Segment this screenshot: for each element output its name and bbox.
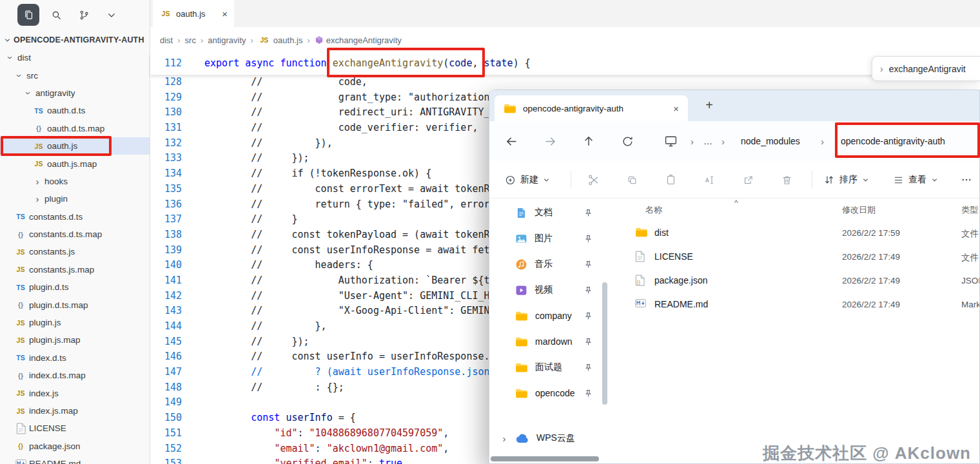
breadcrumb-item-exchangeantigravity[interactable]: exchangeAntigravity xyxy=(315,35,402,45)
horizontal-scrollbar[interactable] xyxy=(491,456,599,461)
project-header[interactable]: OPENCODE-ANTIGRAVITY-AUTH xyxy=(4,32,144,48)
tree-item-plugin-d-ts[interactable]: TSplugin.d.ts xyxy=(0,278,150,296)
source-control-icon[interactable] xyxy=(73,4,95,26)
file-date: 2026/2/2 17:49 xyxy=(842,252,900,262)
pin-icon xyxy=(584,260,593,269)
tree-item-constants-js[interactable]: JSconstants.js xyxy=(0,243,150,260)
file-row-license[interactable]: LICENSE2026/2/2 17:49文件 xyxy=(612,246,979,269)
line-number: 150 xyxy=(150,411,182,426)
breadcrumb-item-src[interactable]: src xyxy=(185,35,196,45)
code-text: // const userInfoResponse = await fetc xyxy=(204,243,496,258)
tree-item-license[interactable]: LICENSE xyxy=(0,420,150,437)
tree-item-plugin-d-ts-map[interactable]: {}plugin.d.ts.map xyxy=(0,296,150,313)
search-icon[interactable] xyxy=(45,4,67,26)
videos-icon xyxy=(515,284,527,296)
typescript-file-icon: TS xyxy=(32,107,45,115)
quick-access-label: 音乐 xyxy=(534,258,553,270)
quick-access-wps[interactable]: ›WPS云盘 xyxy=(489,425,602,451)
tree-item-plugin-js[interactable]: JSplugin.js xyxy=(0,314,150,331)
refresh-button[interactable] xyxy=(614,130,640,153)
tree-item-index-js-map[interactable]: JSindex.js.map xyxy=(0,402,150,420)
code-text: export async function exchangeAntigravit… xyxy=(204,56,531,72)
tree-item-antigravity[interactable]: ›antigravity xyxy=(0,84,150,102)
file-type: Mark xyxy=(961,300,979,309)
quick-access-opencode[interactable]: opencode xyxy=(489,380,602,406)
column-date[interactable]: 修改日期 xyxy=(842,204,876,216)
close-icon[interactable]: × xyxy=(673,103,679,114)
quick-access-[interactable]: 图片 xyxy=(489,226,602,251)
copy-button[interactable] xyxy=(619,167,645,193)
tree-item-index-d-ts-map[interactable]: {}index.d.ts.map xyxy=(0,367,150,384)
address-node-modules[interactable]: node_modules xyxy=(741,121,800,161)
tree-item-hooks[interactable]: ›hooks xyxy=(0,173,150,190)
tree-item-plugin[interactable]: ›plugin xyxy=(0,190,150,208)
chevron-down-icon[interactable] xyxy=(101,4,122,26)
quick-access-[interactable]: 文档 xyxy=(489,200,602,226)
file-row-readme-md[interactable]: README.md2026/2/2 17:49Mark xyxy=(612,293,979,317)
chevron-down-icon: › xyxy=(15,70,24,81)
sort-button[interactable]: 排序 xyxy=(823,161,869,198)
column-type[interactable]: 类型 xyxy=(961,204,978,216)
tree-item-label: index.js xyxy=(29,389,59,398)
rename-button[interactable] xyxy=(696,167,722,193)
share-button[interactable] xyxy=(735,167,761,193)
file-row-dist[interactable]: dist2026/2/2 17:59文件夹 xyxy=(612,222,979,246)
file-row-package-json[interactable]: {}package.json2026/2/2 17:49JSON xyxy=(612,269,979,293)
address-opencode-antigravity-auth[interactable]: opencode-antigravity-auth xyxy=(841,121,945,161)
address-collapsed[interactable]: … xyxy=(703,121,712,161)
explorer-tab[interactable]: opencode-antigravity-auth × xyxy=(495,95,688,121)
back-button[interactable] xyxy=(498,130,524,153)
chevron-right-icon: › xyxy=(32,194,43,204)
quick-access-label: 面试题 xyxy=(535,362,562,373)
tree-item-oauth-d-ts[interactable]: TSoauth.d.ts xyxy=(0,102,150,119)
file-name: README.md xyxy=(654,299,708,309)
computer-icon[interactable] xyxy=(665,121,677,161)
explorer-tabstrip: opencode-antigravity-auth × + xyxy=(489,90,979,121)
column-name[interactable]: 名称 xyxy=(645,204,662,216)
quick-access-[interactable]: 面试题 xyxy=(489,354,602,380)
tree-item-package-json[interactable]: {}package.json xyxy=(0,438,150,455)
delete-button[interactable] xyxy=(774,167,799,193)
new-button[interactable]: 新建 xyxy=(505,161,550,198)
tree-item-constants-d-ts[interactable]: TSconstants.d.ts xyxy=(0,208,150,226)
pin-icon xyxy=(584,286,593,295)
chevron-right-icon: › xyxy=(880,64,883,74)
tree-item-oauth-js[interactable]: JSoauth.js xyxy=(0,137,150,155)
pages-icon[interactable] xyxy=(17,4,39,26)
tree-item-constants-js-map[interactable]: JSconstants.js.map xyxy=(0,261,150,278)
tree-item-constants-d-ts-map[interactable]: {}constants.d.ts.map xyxy=(0,226,150,243)
breadcrumb-item-oauth-js[interactable]: JSoauth.js xyxy=(258,35,303,45)
quick-access-[interactable]: 音乐 xyxy=(489,251,602,277)
quick-access-[interactable]: 视频 xyxy=(489,277,602,303)
quick-access-mardown[interactable]: mardown xyxy=(489,329,602,354)
breadcrumb-separator: › xyxy=(721,121,725,161)
forward-button[interactable] xyxy=(537,130,563,153)
file-tree: ›dist›src›antigravityTSoauth.d.ts{}oauth… xyxy=(0,49,150,464)
vertical-scrollbar[interactable] xyxy=(602,282,607,405)
tree-item-dist[interactable]: ›dist xyxy=(0,49,150,66)
tree-item-label: index.d.ts xyxy=(29,353,66,363)
paste-button[interactable] xyxy=(658,167,683,193)
tab-oauth-js[interactable]: JS oauth.js × xyxy=(153,0,234,27)
tree-item-oauth-d-ts-map[interactable]: {}oauth.d.ts.map xyxy=(0,120,150,137)
new-tab-button[interactable]: + xyxy=(700,98,719,113)
file-type: 文件夹 xyxy=(961,228,979,240)
up-button[interactable] xyxy=(576,130,602,153)
cut-button[interactable] xyxy=(580,167,606,193)
explorer-quick-access: 文档图片音乐视频companymardown面试题opencode›WPS云盘 xyxy=(489,198,602,456)
tree-item-readme-md[interactable]: README.md xyxy=(0,455,150,464)
tree-item-index-js[interactable]: JSindex.js xyxy=(0,384,150,401)
tree-item-oauth-js-map[interactable]: JSoauth.js.map xyxy=(0,155,150,172)
breadcrumb-item-dist[interactable]: dist xyxy=(160,35,173,45)
file-type: 文件 xyxy=(961,252,979,264)
breadcrumb-item-antigravity[interactable]: antigravity xyxy=(208,35,246,45)
breadcrumb-separator: › xyxy=(201,35,203,45)
more-button[interactable] xyxy=(954,167,979,193)
tree-item-src[interactable]: ›src xyxy=(0,66,150,84)
close-icon[interactable]: × xyxy=(222,8,228,19)
quick-access-company[interactable]: company xyxy=(489,303,602,329)
view-button[interactable]: 查看 xyxy=(893,161,938,198)
tree-item-index-d-ts[interactable]: TSindex.d.ts xyxy=(0,349,150,367)
code-text: // }); xyxy=(204,151,309,166)
tree-item-plugin-js-map[interactable]: JSplugin.js.map xyxy=(0,331,150,349)
